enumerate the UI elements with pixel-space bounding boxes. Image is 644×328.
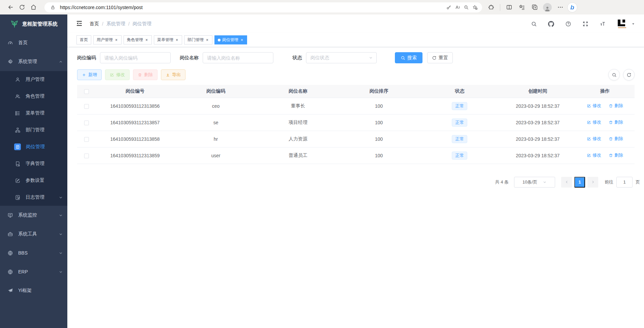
sidebar-item-erp[interactable]: ERP <box>0 262 67 281</box>
read-aloud-button[interactable] <box>453 3 462 12</box>
url-text[interactable]: https://ccnetcore.com:1101/system/post <box>60 5 444 10</box>
row-edit-link[interactable]: 修改 <box>587 119 601 125</box>
sidebar-item-logs[interactable]: 日志管理 <box>0 189 67 206</box>
row-delete-link[interactable]: 删除 <box>609 136 623 142</box>
tab-roles[interactable]: 角色管理 × <box>124 35 152 44</box>
refresh-table-button[interactable] <box>623 69 635 80</box>
row-delete-link[interactable]: 删除 <box>609 103 623 109</box>
status-select[interactable]: 岗位状态 <box>306 52 377 63</box>
search-button[interactable]: 搜索 <box>395 52 422 63</box>
row-edit-link[interactable]: 修改 <box>587 136 601 142</box>
site-info-button[interactable] <box>48 3 57 12</box>
tab-posts[interactable]: 岗位管理 × <box>214 35 247 44</box>
help-button[interactable] <box>563 19 573 29</box>
refresh-icon <box>626 72 632 77</box>
cell-post-id: 1641030593112313859 <box>96 147 174 164</box>
delete-button[interactable]: 删除 <box>133 69 158 80</box>
favorites-button[interactable] <box>516 2 528 13</box>
sidebar-item-label: 部门管理 <box>26 127 44 133</box>
table-row[interactable]: 1641030593112313859 user 普通员工 100 正常 202… <box>77 147 635 164</box>
tab-close-icon[interactable]: × <box>145 38 148 42</box>
tab-departments[interactable]: 部门管理 × <box>184 35 212 44</box>
table-row[interactable]: 1641030593112313858 hr 人力资源 100 正常 2023-… <box>77 131 635 147</box>
tab-users[interactable]: 用户管理 × <box>93 35 122 44</box>
sidebar-item-yi-framework[interactable]: Yi框架 <box>0 281 67 300</box>
prev-page-button[interactable] <box>561 177 572 188</box>
tab-home[interactable]: 首页 <box>76 35 91 44</box>
profile-button[interactable] <box>542 2 553 13</box>
github-button[interactable] <box>546 19 556 29</box>
sidebar-item-roles[interactable]: 角色管理 <box>0 88 67 105</box>
sidebar-toggle-button[interactable] <box>75 20 83 28</box>
breadcrumb: 首页 / 系统管理 / 岗位管理 <box>90 21 151 27</box>
row-delete-link[interactable]: 删除 <box>609 152 623 158</box>
tab-label: 菜单管理 <box>157 37 173 43</box>
row-edit-link[interactable]: 修改 <box>587 103 601 109</box>
address-bar[interactable]: https://ccnetcore.com:1101/system/post <box>44 2 482 12</box>
sidebar-item-posts[interactable]: 岗位管理 <box>0 138 67 155</box>
chevron-down-icon <box>59 213 63 218</box>
fullscreen-button[interactable] <box>580 19 590 29</box>
main-area: 首页 / 系统管理 / 岗位管理 <box>67 14 644 328</box>
row-checkbox[interactable] <box>84 154 89 158</box>
goto-page-input[interactable] <box>616 177 633 188</box>
sidebar-item-tools[interactable]: 系统工具 <box>0 225 67 243</box>
browser-menu-button[interactable] <box>554 2 566 13</box>
sidebar-item-parameters[interactable]: 参数设置 <box>0 172 67 189</box>
browser-refresh-button[interactable] <box>16 2 28 13</box>
tab-menus[interactable]: 菜单管理 × <box>154 35 182 44</box>
reset-button[interactable]: 重置 <box>427 52 453 63</box>
sidebar-item-menus[interactable]: 菜单管理 <box>0 105 67 122</box>
add-button[interactable]: 新增 <box>77 69 102 80</box>
collections-button[interactable] <box>529 2 540 13</box>
sidebar-item-departments[interactable]: 部门管理 <box>0 122 67 138</box>
sidebar-item-home[interactable]: 首页 <box>0 33 67 52</box>
trash-icon <box>609 104 613 108</box>
sidebar-item-bbs[interactable]: BBS <box>0 243 67 262</box>
column-header-actions: 操作 <box>575 85 635 98</box>
sidebar-item-users[interactable]: 用户管理 <box>0 71 67 88</box>
tab-close-icon[interactable]: × <box>175 38 179 42</box>
row-checkbox[interactable] <box>84 121 89 125</box>
table-row[interactable]: 1641030593112313857 se 项目经理 100 正常 2023-… <box>77 114 635 131</box>
browser-back-button[interactable] <box>5 2 16 13</box>
app-logo[interactable]: 意框架管理系统 <box>0 14 67 33</box>
export-button[interactable]: 导出 <box>161 69 185 80</box>
zoom-out-button[interactable] <box>462 3 471 12</box>
post-code-input[interactable] <box>100 52 171 63</box>
breadcrumb-home[interactable]: 首页 <box>90 21 99 27</box>
password-button[interactable] <box>444 3 453 12</box>
extensions-button[interactable] <box>485 2 497 13</box>
tab-close-icon[interactable]: × <box>205 38 209 42</box>
row-checkbox[interactable] <box>84 104 89 109</box>
copilot-button[interactable]: b <box>567 2 577 12</box>
github-icon <box>548 21 554 27</box>
tab-close-icon[interactable]: × <box>240 38 244 42</box>
next-page-button[interactable] <box>587 177 598 188</box>
row-delete-link[interactable]: 删除 <box>609 119 623 125</box>
column-header-status: 状态 <box>419 85 500 98</box>
tab-close-icon[interactable]: × <box>114 38 118 42</box>
chevron-down-icon <box>369 56 373 60</box>
tab-label: 首页 <box>80 37 88 43</box>
user-menu[interactable] <box>616 18 635 30</box>
toggle-search-button[interactable] <box>608 69 620 80</box>
page-number-button[interactable]: 1 <box>574 177 585 188</box>
sidebar-item-dictionary[interactable]: 字典管理 <box>0 155 67 172</box>
system-submenu: 用户管理 角色管理 菜单管理 部门管理 <box>0 71 67 206</box>
add-favorite-button[interactable] <box>471 3 479 12</box>
font-size-button[interactable] <box>598 19 608 29</box>
row-edit-link[interactable]: 修改 <box>587 152 601 158</box>
sidebar-item-system[interactable]: 系统管理 <box>0 52 67 71</box>
table-row[interactable]: 1641030593112313856 ceo 董事长 100 正常 2023-… <box>77 98 635 114</box>
edit-button[interactable]: 修改 <box>105 69 130 80</box>
select-all-checkbox[interactable] <box>84 89 89 94</box>
page-size-select[interactable]: 10条/页 <box>514 177 555 188</box>
sidebar-item-monitoring[interactable]: 系统监控 <box>0 206 67 225</box>
split-screen-button[interactable] <box>503 2 515 13</box>
cell-post-id: 1641030593112313857 <box>96 114 174 131</box>
browser-home-button[interactable] <box>28 2 39 13</box>
post-name-input[interactable] <box>203 52 273 63</box>
row-checkbox[interactable] <box>84 137 89 142</box>
header-search-button[interactable] <box>529 19 539 29</box>
